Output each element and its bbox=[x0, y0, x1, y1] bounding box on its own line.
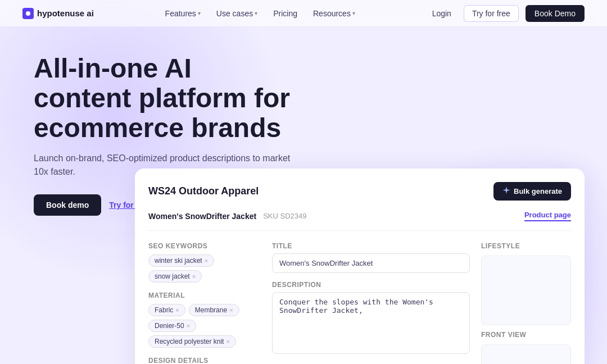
left-column: SEO keywords winter ski jacket × snow ja… bbox=[148, 242, 261, 364]
remove-tag-icon[interactable]: × bbox=[229, 307, 233, 313]
logo-text: hypotenuse ai bbox=[37, 8, 94, 18]
lifestyle-image-placeholder bbox=[481, 256, 571, 325]
tag-denier-50: Denier-50 × bbox=[148, 320, 196, 332]
navbar: hypotenuse ai Features ▾ Use cases ▾ Pri… bbox=[0, 0, 607, 27]
product-card: WS24 Outdoor Apparel Bulk generate Women… bbox=[135, 169, 585, 364]
front-view-label: Front view bbox=[481, 331, 571, 339]
remove-tag-icon[interactable]: × bbox=[187, 322, 190, 329]
nav-item-resources[interactable]: Resources ▾ bbox=[313, 9, 355, 18]
right-column: Lifestyle Front view bbox=[481, 242, 571, 364]
product-bar: Women's SnowDrifter Jacket SKU SD2349 Pr… bbox=[148, 211, 571, 231]
logo-icon bbox=[22, 8, 34, 19]
nav-item-pricing[interactable]: Pricing bbox=[273, 9, 297, 18]
title-label: Title bbox=[272, 242, 470, 250]
material-label: Material bbox=[148, 292, 261, 299]
tag-membrane: Membrane × bbox=[189, 304, 239, 316]
bulk-generate-button[interactable]: Bulk generate bbox=[493, 182, 571, 201]
tag-snow-jacket: snow jacket × bbox=[148, 270, 202, 283]
sparkle-icon bbox=[502, 186, 510, 196]
nav-item-features[interactable]: Features ▾ bbox=[165, 9, 201, 18]
chevron-down-icon: ▾ bbox=[255, 10, 257, 16]
tag-fabric: Fabric × bbox=[148, 304, 185, 316]
nav-center: Features ▾ Use cases ▾ Pricing Resources… bbox=[165, 9, 355, 18]
product-sku: SKU SD2349 bbox=[263, 212, 306, 220]
remove-tag-icon[interactable]: × bbox=[192, 273, 196, 280]
hero-title: All-in-one AI content platform for ecomm… bbox=[34, 54, 292, 143]
tag-winter-ski-jacket: winter ski jacket × bbox=[148, 254, 214, 267]
lifestyle-label: Lifestyle bbox=[481, 242, 571, 250]
middle-column: Title Description bbox=[272, 242, 470, 364]
design-details-label: Design details bbox=[148, 357, 261, 364]
logo[interactable]: hypotenuse ai bbox=[22, 8, 94, 19]
remove-tag-icon[interactable]: × bbox=[226, 338, 229, 345]
remove-tag-icon[interactable]: × bbox=[175, 307, 179, 313]
keywords-tags: winter ski jacket × snow jacket × bbox=[148, 254, 261, 283]
nav-right: Login Try for free Book Demo bbox=[427, 5, 585, 22]
remove-tag-icon[interactable]: × bbox=[205, 257, 208, 264]
description-textarea[interactable] bbox=[272, 292, 470, 354]
card-header: WS24 Outdoor Apparel Bulk generate bbox=[148, 182, 571, 201]
seo-keywords-label: SEO keywords bbox=[148, 242, 261, 250]
tag-recycled-polyester: Recycled polyester knit × bbox=[148, 335, 236, 348]
card-body: SEO keywords winter ski jacket × snow ja… bbox=[148, 242, 571, 364]
front-view-image-placeholder bbox=[481, 344, 571, 364]
hero-book-demo-button[interactable]: Book demo bbox=[34, 194, 101, 216]
description-label: Description bbox=[272, 281, 470, 289]
login-button[interactable]: Login bbox=[427, 6, 457, 21]
product-name: Women's SnowDrifter Jacket bbox=[148, 212, 256, 221]
svg-point-1 bbox=[26, 11, 30, 16]
title-input[interactable] bbox=[272, 253, 470, 273]
tab-product-page[interactable]: Product page bbox=[524, 211, 571, 221]
try-free-button[interactable]: Try for free bbox=[464, 5, 519, 22]
material-tags: Fabric × Membrane × Denier-50 × Recycled… bbox=[148, 304, 261, 348]
nav-item-usecases[interactable]: Use cases ▾ bbox=[216, 9, 257, 18]
chevron-down-icon: ▾ bbox=[352, 10, 355, 16]
book-demo-button[interactable]: Book Demo bbox=[526, 5, 585, 22]
card-title: WS24 Outdoor Apparel bbox=[148, 185, 259, 197]
chevron-down-icon: ▾ bbox=[198, 10, 201, 16]
